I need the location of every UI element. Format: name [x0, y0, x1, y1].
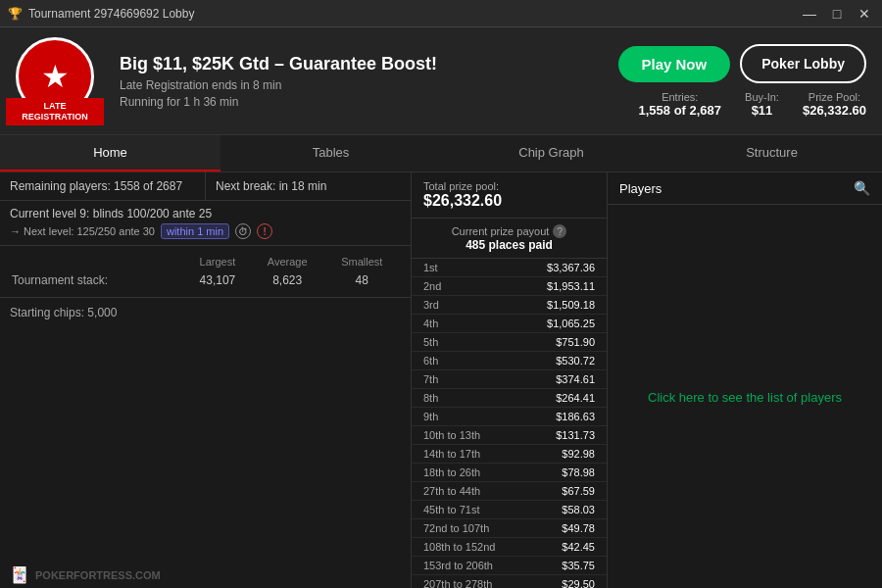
payout-amount: $3,367.36 — [547, 262, 595, 273]
payout-row: 6th$530.72 — [412, 352, 607, 370]
maximize-button[interactable]: □ — [827, 4, 847, 24]
payout-place: 153rd to 206th — [423, 560, 493, 571]
title-bar-left: 🏆 Tournament 2974669692 Lobby — [8, 7, 194, 21]
star-icon: ★ — [41, 61, 70, 92]
largest-header: Largest — [185, 256, 250, 271]
payout-row: 3rd$1,509.18 — [412, 296, 607, 315]
poker-lobby-button[interactable]: Poker Lobby — [740, 44, 866, 83]
next-level-text: → Next level: 125/250 ante 30 — [10, 225, 155, 237]
places-paid: 485 places paid — [417, 238, 601, 252]
total-prize-value: $26,332.60 — [423, 192, 595, 210]
largest-value: 43,107 — [185, 273, 250, 287]
tab-home[interactable]: Home — [0, 135, 220, 172]
payout-amount: $67.59 — [562, 485, 595, 497]
stack-table: Largest Average Smallest Tournament stac… — [0, 246, 411, 298]
payout-place: 5th — [423, 336, 438, 348]
payout-amount: $530.72 — [556, 355, 595, 367]
remaining-players-cell: Remaining players: 1558 of 2687 — [0, 172, 205, 200]
close-button[interactable]: ✕ — [855, 4, 874, 24]
payout-place: 10th to 13th — [423, 429, 480, 441]
logo-area: ★ LATE REGISTRATION — [16, 37, 104, 125]
buyin-value: $11 — [745, 103, 779, 118]
payout-header: Current prize payout ? 485 places paid — [412, 219, 607, 259]
next-break-cell: Next break: in 18 min — [205, 172, 411, 200]
payout-amount: $374.61 — [556, 373, 595, 385]
watermark: 🃏 POKERFORTRESS.COM — [10, 565, 161, 584]
payout-place: 8th — [423, 392, 438, 404]
prize-panel[interactable]: Total prize pool: $26,332.60 Current pri… — [412, 172, 608, 588]
level-row: Current level 9: blinds 100/200 ante 25 … — [0, 201, 411, 246]
payout-row: 1st$3,367.36 — [412, 259, 607, 277]
payout-place: 1st — [423, 262, 438, 273]
within-badge: within 1 min — [161, 223, 229, 239]
payout-row: 2nd$1,953.11 — [412, 277, 607, 296]
payout-amount: $1,953.11 — [547, 280, 595, 292]
payout-row: 153rd to 206th$35.75 — [412, 557, 607, 575]
main-content: Remaining players: 1558 of 2687 Next bre… — [0, 172, 882, 588]
payout-amount: $751.90 — [556, 336, 595, 348]
payout-row: 9th$186.63 — [412, 408, 607, 426]
late-reg-text: Late Registration ends in 8 min — [120, 78, 603, 92]
left-panel: Remaining players: 1558 of 2687 Next bre… — [0, 172, 412, 588]
payout-row: 27th to 44th$67.59 — [412, 482, 607, 501]
prize-pool-header-label: Prize Pool: — [803, 91, 866, 103]
payout-row: 4th$1,065.25 — [412, 315, 607, 333]
players-label: Players — [619, 181, 662, 196]
tab-chip-graph[interactable]: Chip Graph — [441, 135, 662, 172]
payout-row: 108th to 152nd$42.45 — [412, 538, 607, 557]
payout-row: 5th$751.90 — [412, 333, 607, 352]
header-info: Big $11, $25K Gtd – Guarantee Boost! Lat… — [120, 54, 603, 109]
payout-place: 72nd to 107th — [423, 522, 489, 534]
payout-place: 7th — [423, 373, 438, 385]
stack-row-label: Tournament stack: — [12, 273, 183, 287]
average-header: Average — [252, 256, 323, 271]
players-header: Players 🔍 — [608, 172, 882, 205]
payout-row: 72nd to 107th$49.78 — [412, 519, 607, 538]
smallest-value: 48 — [325, 273, 399, 287]
players-click-message[interactable]: Click here to see the list of players — [608, 205, 882, 588]
minimize-button[interactable]: — — [800, 4, 819, 24]
starting-chips: Starting chips: 5,000 — [0, 298, 411, 327]
prize-pool-stat: Prize Pool: $26,332.60 — [803, 91, 866, 118]
tab-tables[interactable]: Tables — [220, 135, 441, 172]
tab-structure[interactable]: Structure — [662, 135, 882, 172]
payout-amount: $131.73 — [556, 429, 595, 441]
late-registration-badge: LATE REGISTRATION — [6, 98, 104, 125]
header: ★ LATE REGISTRATION Big $11, $25K Gtd – … — [0, 27, 882, 135]
payout-row: 8th$264.41 — [412, 389, 607, 408]
search-players-button[interactable]: 🔍 — [854, 180, 870, 196]
payout-row: 207th to 278th$29.50 — [412, 575, 607, 588]
payout-amount: $1,509.18 — [547, 299, 595, 311]
play-now-button[interactable]: Play Now — [618, 46, 731, 82]
payout-place: 3rd — [423, 299, 439, 311]
payout-place: 2nd — [423, 280, 441, 292]
payout-amount: $35.75 — [562, 560, 595, 571]
entries-stat: Entries: 1,558 of 2,687 — [639, 91, 722, 118]
window-icon: 🏆 — [8, 7, 23, 21]
payout-row: 10th to 13th$131.73 — [412, 426, 607, 445]
payout-amount: $92.98 — [562, 448, 595, 460]
average-value: 8,623 — [252, 273, 323, 287]
payout-place: 45th to 71st — [423, 504, 480, 515]
clock-icon[interactable]: ⏱ — [235, 223, 251, 239]
buyin-stat: Buy-In: $11 — [745, 91, 779, 118]
payout-place: 14th to 17th — [423, 448, 480, 460]
title-bar: 🏆 Tournament 2974669692 Lobby — □ ✕ — [0, 0, 882, 27]
tournament-title: Big $11, $25K Gtd – Guarantee Boost! — [120, 54, 603, 74]
payout-place: 6th — [423, 355, 438, 367]
next-break-text: Next break: in 18 min — [216, 179, 326, 193]
payout-place: 27th to 44th — [423, 485, 480, 497]
window-title: Tournament 2974669692 Lobby — [28, 7, 194, 21]
question-icon[interactable]: ? — [553, 224, 566, 238]
running-time-text: Running for 1 h 36 min — [120, 95, 603, 109]
cards-icon: 🃏 — [10, 565, 29, 584]
players-break-row: Remaining players: 1558 of 2687 Next bre… — [0, 172, 411, 201]
watermark-text: POKERFORTRESS.COM — [35, 569, 161, 581]
payout-place: 108th to 152nd — [423, 541, 495, 553]
buyin-label: Buy-In: — [745, 91, 779, 103]
header-buttons: Play Now Poker Lobby — [618, 44, 866, 83]
payout-place: 4th — [423, 318, 438, 329]
payout-amount: $58.03 — [562, 504, 595, 515]
warning-icon[interactable]: ! — [257, 223, 272, 239]
payout-row: 18th to 26th$78.98 — [412, 464, 607, 482]
